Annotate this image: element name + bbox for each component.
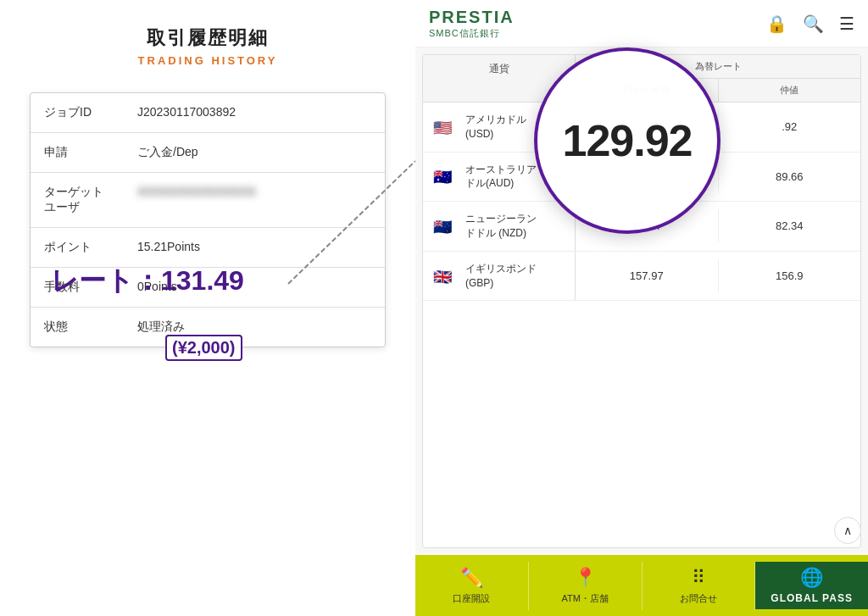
- nav-label-contact: お問合せ: [680, 592, 717, 605]
- rate-gbp-mid: 156.9: [719, 259, 861, 292]
- header-col-mid: 仲値: [719, 79, 861, 102]
- account-open-icon: ✏️: [460, 567, 483, 589]
- scroll-up-button[interactable]: ∧: [834, 517, 861, 544]
- flag-nzd: 🇳🇿: [433, 218, 459, 235]
- search-icon[interactable]: 🔍: [803, 14, 824, 34]
- rate-aud-mid: 89.66: [719, 160, 861, 193]
- label-target-user: ターゲットユーザ: [44, 185, 137, 215]
- nav-item-atm[interactable]: 📍 ATM・店舗: [529, 562, 643, 610]
- magnifier-value: 129.92: [562, 115, 692, 166]
- currency-name-gbp: イギリスポンド(GBP): [465, 262, 537, 291]
- table-row: 申請 ご入金/Dep: [31, 133, 385, 173]
- left-panel: 取引履歴明細 TRADING HISTORY ジョブID J2023011700…: [0, 0, 415, 616]
- currency-name-aud: オーストラリアドル(AUD): [465, 163, 537, 191]
- prestia-logo-bottom: SMBC信託銀行: [429, 27, 515, 40]
- value-target-user: XXXXXXXXXXXXXXX: [137, 185, 256, 215]
- nav-item-account[interactable]: ✏️ 口座開設: [415, 562, 529, 610]
- trading-history-table: ジョブID J20230117003892 申請 ご入金/Dep ターゲットユー…: [30, 92, 386, 347]
- flag-aud: 🇦🇺: [433, 168, 459, 185]
- global-pass-icon: 🌐: [800, 567, 823, 589]
- nav-label-account: 口座開設: [453, 592, 490, 605]
- page-title-en: TRADING HISTORY: [138, 54, 278, 67]
- label-job-id: ジョブID: [44, 105, 137, 120]
- rate-usd-mid: .92: [719, 110, 861, 143]
- label-points: ポイント: [44, 240, 137, 255]
- atm-icon: 📍: [574, 567, 597, 589]
- nav-label-atm: ATM・店舗: [561, 592, 608, 605]
- label-status: 状態: [44, 319, 137, 335]
- currency-cell-nzd: 🇳🇿 ニュージーランドドル (NZD): [423, 202, 576, 251]
- rate-values-gbp: 157.97 156.9: [576, 259, 860, 292]
- currency-name-usd: アメリカドル(USD): [465, 113, 526, 142]
- rate-nzd-mid: 82.34: [719, 209, 861, 242]
- magnifier-circle: 129.92: [534, 47, 721, 234]
- nav-item-global-pass[interactable]: 🌐 GLOBAL PASS: [755, 562, 868, 609]
- label-application: 申請: [44, 145, 137, 160]
- yen-annotation: (¥2,000): [165, 335, 242, 361]
- lock-icon[interactable]: 🔒: [766, 14, 787, 34]
- prestia-header: PRESTIA SMBC信託銀行 🔒 🔍 ☰: [415, 0, 868, 47]
- flag-gbp: 🇬🇧: [433, 268, 459, 285]
- header-icons: 🔒 🔍 ☰: [766, 14, 854, 34]
- value-job-id: J20230117003892: [137, 105, 236, 120]
- rate-gbp-from-jpy: 157.97: [576, 259, 719, 292]
- prestia-logo-top: PRESTIA: [429, 8, 515, 27]
- nav-item-contact[interactable]: ⠿ お問合せ: [643, 562, 756, 610]
- currency-cell-gbp: 🇬🇧 イギリスポンド(GBP): [423, 252, 576, 301]
- value-status: 処理済み: [137, 319, 185, 335]
- bottom-navigation: ✏️ 口座開設 📍 ATM・店舗 ⠿ お問合せ 🌐 GLOBAL PASS: [415, 555, 868, 616]
- menu-icon[interactable]: ☰: [839, 14, 854, 34]
- flag-usd: 🇺🇸: [433, 119, 459, 136]
- right-panel: PRESTIA SMBC信託銀行 🔒 🔍 ☰ 通貨 為替レート 円から外貨 仲値…: [415, 0, 868, 616]
- prestia-logo: PRESTIA SMBC信託銀行: [429, 8, 515, 40]
- rate-annotation: レート：131.49: [51, 263, 244, 300]
- value-points: 15.21Points: [137, 240, 200, 255]
- page-header: 取引履歴明細 TRADING HISTORY: [138, 25, 278, 67]
- rate-row-gbp: 🇬🇧 イギリスポンド(GBP) 157.97 156.9: [423, 252, 860, 302]
- table-row: ジョブID J20230117003892: [31, 93, 385, 133]
- value-application: ご入金/Dep: [137, 145, 198, 160]
- nav-label-global-pass: GLOBAL PASS: [771, 592, 853, 604]
- table-row: ターゲットユーザ XXXXXXXXXXXXXXX: [31, 173, 385, 228]
- contact-icon: ⠿: [692, 567, 705, 589]
- page-title-jp: 取引履歴明細: [138, 25, 278, 51]
- currency-name-nzd: ニュージーランドドル (NZD): [465, 212, 537, 241]
- table-row: ポイント 15.21Points: [31, 228, 385, 268]
